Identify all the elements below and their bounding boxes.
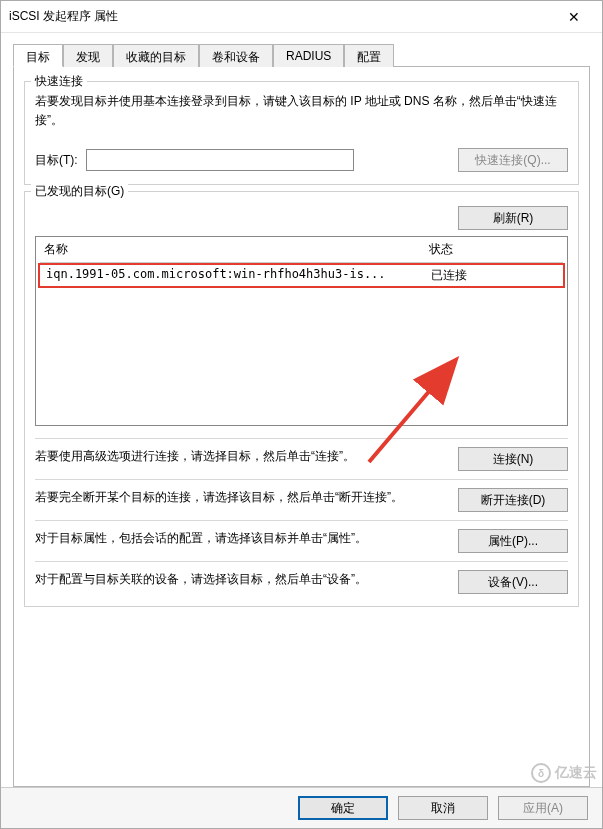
tab-strip: 目标 发现 收藏的目标 卷和设备 RADIUS 配置 [13,43,590,67]
tab-label: 卷和设备 [212,50,260,64]
action-rows: 若要使用高级选项进行连接，请选择目标，然后单击“连接”。 连接(N) 若要完全断… [35,438,568,602]
tab-label: 发现 [76,50,100,64]
tab-favorite-targets[interactable]: 收藏的目标 [113,44,199,67]
disconnect-help: 若要完全断开某个目标的连接，请选择该目标，然后单击“断开连接”。 [35,488,448,507]
action-row-disconnect: 若要完全断开某个目标的连接，请选择该目标，然后单击“断开连接”。 断开连接(D) [35,479,568,520]
apply-button[interactable]: 应用(A) [498,796,588,820]
tab-label: 收藏的目标 [126,50,186,64]
connect-button[interactable]: 连接(N) [458,447,568,471]
tab-label: RADIUS [286,49,331,63]
col-header-state: 状态 [429,241,559,258]
tab-label: 目标 [26,50,50,64]
tab-volumes-devices[interactable]: 卷和设备 [199,44,273,67]
group-title-quick-connect: 快速连接 [31,73,87,90]
tab-label: 配置 [357,50,381,64]
row-name: iqn.1991-05.com.microsoft:win-rhfho4h3hu… [46,267,431,284]
target-label: 目标(T): [35,152,78,169]
cancel-button[interactable]: 取消 [398,796,488,820]
tab-discovery[interactable]: 发现 [63,44,113,67]
close-icon[interactable]: ✕ [554,1,594,33]
group-title-discovered: 已发现的目标(G) [31,183,128,200]
group-quick-connect: 快速连接 若要发现目标并使用基本连接登录到目标，请键入该目标的 IP 地址或 D… [24,81,579,185]
properties-help: 对于目标属性，包括会话的配置，请选择该目标并单击“属性”。 [35,529,448,548]
targets-list[interactable]: 名称 状态 iqn.1991-05.com.microsoft:win-rhfh… [35,236,568,426]
target-input[interactable] [86,149,354,171]
connect-help: 若要使用高级选项进行连接，请选择目标，然后单击“连接”。 [35,447,448,466]
action-row-properties: 对于目标属性，包括会话的配置，请选择该目标并单击“属性”。 属性(P)... [35,520,568,561]
target-row: 目标(T): 快速连接(Q)... [35,148,568,172]
action-row-connect: 若要使用高级选项进行连接，请选择目标，然后单击“连接”。 连接(N) [35,438,568,479]
content-area: 目标 发现 收藏的目标 卷和设备 RADIUS 配置 快速连接 若要发现目标并使… [1,33,602,787]
tab-panel-targets: 快速连接 若要发现目标并使用基本连接登录到目标，请键入该目标的 IP 地址或 D… [13,67,590,787]
col-header-name: 名称 [44,241,429,258]
quick-connect-help: 若要发现目标并使用基本连接登录到目标，请键入该目标的 IP 地址或 DNS 名称… [35,92,568,130]
devices-button[interactable]: 设备(V)... [458,570,568,594]
devices-help: 对于配置与目标关联的设备，请选择该目标，然后单击“设备”。 [35,570,448,589]
action-row-devices: 对于配置与目标关联的设备，请选择该目标，然后单击“设备”。 设备(V)... [35,561,568,602]
row-state: 已连接 [431,267,557,284]
refresh-button[interactable]: 刷新(R) [458,206,568,230]
list-header: 名称 状态 [36,237,567,262]
disconnect-button[interactable]: 断开连接(D) [458,488,568,512]
tab-targets[interactable]: 目标 [13,44,63,67]
window-title: iSCSI 发起程序 属性 [9,8,554,25]
table-row[interactable]: iqn.1991-05.com.microsoft:win-rhfho4h3hu… [38,263,565,288]
properties-button[interactable]: 属性(P)... [458,529,568,553]
dialog-button-bar: 确定 取消 应用(A) [1,787,602,828]
tab-radius[interactable]: RADIUS [273,44,344,67]
tab-config[interactable]: 配置 [344,44,394,67]
titlebar: iSCSI 发起程序 属性 ✕ [1,1,602,33]
ok-button[interactable]: 确定 [298,796,388,820]
dialog-window: iSCSI 发起程序 属性 ✕ 目标 发现 收藏的目标 卷和设备 RADIUS … [0,0,603,829]
quick-connect-button[interactable]: 快速连接(Q)... [458,148,568,172]
group-discovered-targets: 已发现的目标(G) 刷新(R) 名称 状态 iqn.1991-05.com.mi… [24,191,579,607]
